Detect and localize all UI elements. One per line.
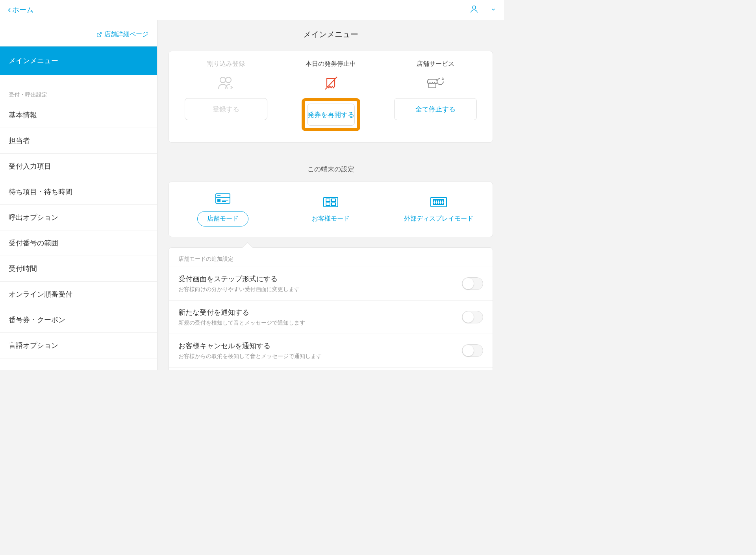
mode-customer[interactable]: お客様モード	[277, 195, 385, 223]
setting-title: 新たな受付を通知する	[178, 308, 462, 317]
action-label: 割り込み登録	[207, 60, 245, 68]
highlight-ring: 発券を再開する	[302, 98, 360, 131]
svg-point-0	[472, 6, 476, 9]
sidebar-item-label: 番号券・クーポン	[9, 316, 65, 324]
topbar: ‹ ホーム	[0, 0, 504, 20]
setting-row-notify-new: 新たな受付を通知する 新規の受付を検知して音とメッセージで通知します	[169, 300, 493, 334]
back-label: ホーム	[12, 5, 33, 15]
setting-desc: 新規の受付を検知して音とメッセージで通知します	[178, 319, 462, 327]
setting-title: 受付画面をステップ形式にする	[178, 274, 462, 284]
sidebar-item-label: 言語オプション	[9, 342, 58, 349]
action-col-service: 店舗サービス 全て停止する	[388, 60, 483, 131]
svg-rect-7	[217, 199, 220, 202]
sidebar-item-label: 担当者	[9, 137, 30, 145]
mode-display[interactable]: 外部ディスプレイモード	[385, 195, 493, 223]
mode-label-display: 外部ディスプレイモード	[404, 215, 473, 223]
sidebar-item-label: 基本情報	[9, 111, 37, 119]
back-button[interactable]: ‹ ホーム	[8, 5, 33, 15]
settings-subhead: 店舗モードの追加設定	[169, 248, 493, 267]
sidebar-item-number-range[interactable]: 受付番号の範囲	[0, 230, 157, 256]
sidebar-item-online[interactable]: オンライン順番受付	[0, 282, 157, 307]
sidebar-item-label: 受付時間	[9, 265, 37, 273]
sidebar-item-staff[interactable]: 担当者	[0, 128, 157, 154]
display-mode-icon	[429, 195, 448, 209]
svg-point-2	[220, 77, 226, 83]
sidebar-item-main-menu[interactable]: メインメニュー	[0, 46, 157, 75]
device-settings-title: この端末の設定	[158, 154, 504, 182]
people-icon	[217, 74, 235, 92]
mode-card: 店舗モード お客様モード	[169, 182, 493, 237]
sidebar-item-basic[interactable]: 基本情報	[0, 102, 157, 128]
settings-card: 店舗モードの追加設定 受付画面をステップ形式にする お客様向けの分かりやすい受付…	[169, 247, 493, 370]
store-detail-link[interactable]: 店舗詳細ページ	[96, 30, 148, 39]
sidebar-item-wait[interactable]: 待ち項目・待ち時間	[0, 179, 157, 205]
svg-point-3	[226, 77, 231, 83]
sidebar-item-label: メインメニュー	[9, 57, 58, 65]
chevron-down-icon[interactable]	[491, 7, 496, 13]
ticket-stopped-icon	[321, 74, 340, 92]
main-title: メインメニュー	[158, 20, 504, 51]
mode-label-customer: お客様モード	[312, 215, 350, 223]
setting-title: お客様キャンセルを通知する	[178, 341, 462, 351]
customer-mode-icon	[322, 195, 339, 209]
toggle-notify-new[interactable]	[462, 311, 483, 323]
main-actions-card: 割り込み登録 登録する 本日の発券停止中	[169, 51, 493, 143]
sidebar-item-label: 受付入力項目	[9, 162, 51, 170]
store-mode-icon	[214, 191, 232, 206]
mode-label-store: 店舗モード	[197, 211, 248, 226]
user-icon[interactable]	[469, 4, 479, 15]
action-col-interrupt: 割り込み登録 登録する	[178, 60, 274, 131]
sidebar-item-hours[interactable]: 受付時間	[0, 256, 157, 282]
svg-rect-12	[326, 199, 330, 202]
sidebar-top: 店舗詳細ページ	[0, 23, 157, 46]
toggle-notify-cancel[interactable]	[462, 344, 483, 357]
store-refresh-icon	[425, 74, 446, 92]
chevron-left-icon: ‹	[8, 5, 11, 15]
sidebar-item-lang[interactable]: 言語オプション	[0, 333, 157, 358]
mode-store[interactable]: 店舗モード	[169, 191, 277, 226]
resume-ticket-button[interactable]: 発券を再開する	[307, 104, 355, 126]
setting-row-voice: 受付音声を利用する	[169, 367, 493, 370]
action-label: 店舗サービス	[417, 60, 454, 68]
svg-rect-13	[332, 199, 335, 202]
action-label: 本日の発券停止中	[306, 60, 356, 68]
svg-rect-14	[326, 203, 330, 206]
sidebar-item-call-opt[interactable]: 呼出オプション	[0, 205, 157, 230]
topbar-right	[469, 4, 496, 15]
sidebar-item-ticket[interactable]: 番号券・クーポン	[0, 307, 157, 333]
external-link-icon	[96, 32, 102, 37]
sidebar-section-header: 受付・呼出設定	[0, 86, 157, 102]
register-button: 登録する	[185, 98, 267, 120]
setting-desc: お客様向けの分かりやすい受付画面に変更します	[178, 286, 462, 293]
svg-rect-15	[332, 203, 335, 206]
sidebar-item-label: 待ち項目・待ち時間	[9, 188, 72, 196]
setting-row-step: 受付画面をステップ形式にする お客様向けの分かりやすい受付画面に変更します	[169, 267, 493, 300]
setting-desc: お客様からの取消を検知して音とメッセージで通知します	[178, 353, 462, 360]
sidebar-item-label: 受付番号の範囲	[9, 239, 58, 247]
action-col-ticket: 本日の発券停止中 発券を再開する	[283, 60, 378, 131]
stop-all-button[interactable]: 全て停止する	[394, 98, 477, 120]
svg-line-1	[99, 32, 101, 35]
store-detail-label: 店舗詳細ページ	[104, 30, 148, 39]
main: メインメニュー 割り込み登録 登録する	[158, 20, 504, 370]
sidebar: 店舗詳細ページ メインメニュー 受付・呼出設定 基本情報 担当者 受付入力項目 …	[0, 20, 158, 370]
toggle-step[interactable]	[462, 277, 483, 290]
sidebar-item-input[interactable]: 受付入力項目	[0, 154, 157, 179]
setting-row-notify-cancel: お客様キャンセルを通知する お客様からの取消を検知して音とメッセージで通知します	[169, 334, 493, 367]
sidebar-item-label: オンライン順番受付	[9, 290, 72, 298]
sidebar-item-label: 呼出オプション	[9, 213, 58, 221]
